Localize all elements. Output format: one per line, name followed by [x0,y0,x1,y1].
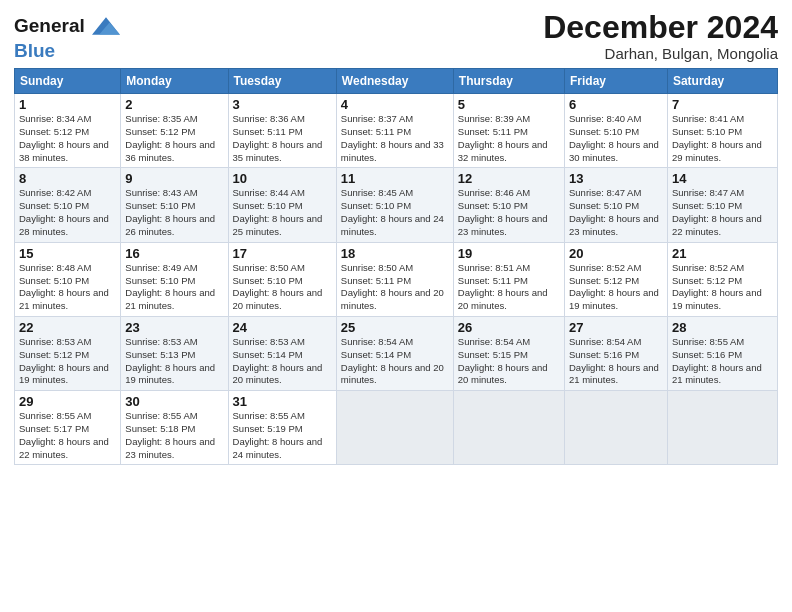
sunrise-label: Sunrise: 8:37 AM [341,113,413,124]
calendar-cell: 28 Sunrise: 8:55 AM Sunset: 5:16 PM Dayl… [667,316,777,390]
sunset-label: Sunset: 5:17 PM [19,423,89,434]
day-info: Sunrise: 8:36 AM Sunset: 5:11 PM Dayligh… [233,113,332,164]
daylight-label: Daylight: 8 hours and 24 minutes. [233,436,323,460]
daylight-label: Daylight: 8 hours and 38 minutes. [19,139,109,163]
day-number: 8 [19,171,116,186]
sunset-label: Sunset: 5:10 PM [569,200,639,211]
col-sunday: Sunday [15,69,121,94]
sunrise-label: Sunrise: 8:55 AM [233,410,305,421]
day-number: 22 [19,320,116,335]
sunset-label: Sunset: 5:10 PM [19,200,89,211]
sunset-label: Sunset: 5:14 PM [341,349,411,360]
daylight-label: Daylight: 8 hours and 20 minutes. [458,362,548,386]
sunset-label: Sunset: 5:11 PM [341,275,411,286]
day-info: Sunrise: 8:42 AM Sunset: 5:10 PM Dayligh… [19,187,116,238]
sunrise-label: Sunrise: 8:53 AM [19,336,91,347]
day-info: Sunrise: 8:44 AM Sunset: 5:10 PM Dayligh… [233,187,332,238]
calendar-cell [336,391,453,465]
daylight-label: Daylight: 8 hours and 19 minutes. [569,287,659,311]
sunrise-label: Sunrise: 8:43 AM [125,187,197,198]
daylight-label: Daylight: 8 hours and 25 minutes. [233,213,323,237]
day-info: Sunrise: 8:43 AM Sunset: 5:10 PM Dayligh… [125,187,223,238]
sunset-label: Sunset: 5:11 PM [341,126,411,137]
day-number: 2 [125,97,223,112]
day-number: 30 [125,394,223,409]
sunrise-label: Sunrise: 8:39 AM [458,113,530,124]
sunset-label: Sunset: 5:16 PM [569,349,639,360]
day-number: 11 [341,171,449,186]
sunrise-label: Sunrise: 8:36 AM [233,113,305,124]
day-number: 6 [569,97,663,112]
col-friday: Friday [565,69,668,94]
day-info: Sunrise: 8:55 AM Sunset: 5:17 PM Dayligh… [19,410,116,461]
sunset-label: Sunset: 5:12 PM [672,275,742,286]
daylight-label: Daylight: 8 hours and 21 minutes. [19,287,109,311]
col-tuesday: Tuesday [228,69,336,94]
col-wednesday: Wednesday [336,69,453,94]
sunset-label: Sunset: 5:12 PM [19,126,89,137]
calendar-cell: 20 Sunrise: 8:52 AM Sunset: 5:12 PM Dayl… [565,242,668,316]
daylight-label: Daylight: 8 hours and 35 minutes. [233,139,323,163]
sunrise-label: Sunrise: 8:34 AM [19,113,91,124]
daylight-label: Daylight: 8 hours and 20 minutes. [341,287,444,311]
day-number: 1 [19,97,116,112]
calendar-cell: 22 Sunrise: 8:53 AM Sunset: 5:12 PM Dayl… [15,316,121,390]
sunset-label: Sunset: 5:18 PM [125,423,195,434]
calendar-cell [565,391,668,465]
day-info: Sunrise: 8:52 AM Sunset: 5:12 PM Dayligh… [569,262,663,313]
calendar-cell: 15 Sunrise: 8:48 AM Sunset: 5:10 PM Dayl… [15,242,121,316]
calendar-table: Sunday Monday Tuesday Wednesday Thursday… [14,68,778,465]
day-number: 25 [341,320,449,335]
daylight-label: Daylight: 8 hours and 24 minutes. [341,213,444,237]
sunset-label: Sunset: 5:13 PM [125,349,195,360]
sunrise-label: Sunrise: 8:51 AM [458,262,530,273]
day-number: 15 [19,246,116,261]
sunset-label: Sunset: 5:10 PM [569,126,639,137]
day-number: 21 [672,246,773,261]
sunset-label: Sunset: 5:11 PM [458,275,528,286]
day-number: 27 [569,320,663,335]
day-info: Sunrise: 8:53 AM Sunset: 5:13 PM Dayligh… [125,336,223,387]
sunrise-label: Sunrise: 8:54 AM [569,336,641,347]
day-number: 9 [125,171,223,186]
logo-icon [92,12,120,40]
day-number: 5 [458,97,560,112]
day-number: 20 [569,246,663,261]
sunrise-label: Sunrise: 8:47 AM [672,187,744,198]
day-info: Sunrise: 8:50 AM Sunset: 5:11 PM Dayligh… [341,262,449,313]
daylight-label: Daylight: 8 hours and 20 minutes. [233,287,323,311]
calendar-cell: 6 Sunrise: 8:40 AM Sunset: 5:10 PM Dayli… [565,94,668,168]
day-info: Sunrise: 8:47 AM Sunset: 5:10 PM Dayligh… [672,187,773,238]
sunrise-label: Sunrise: 8:48 AM [19,262,91,273]
daylight-label: Daylight: 8 hours and 20 minutes. [458,287,548,311]
sunset-label: Sunset: 5:12 PM [19,349,89,360]
day-number: 26 [458,320,560,335]
sunset-label: Sunset: 5:10 PM [458,200,528,211]
calendar-cell: 21 Sunrise: 8:52 AM Sunset: 5:12 PM Dayl… [667,242,777,316]
title-block: December 2024 Darhan, Bulgan, Mongolia [543,10,778,62]
calendar-cell: 29 Sunrise: 8:55 AM Sunset: 5:17 PM Dayl… [15,391,121,465]
daylight-label: Daylight: 8 hours and 32 minutes. [458,139,548,163]
col-thursday: Thursday [453,69,564,94]
sunrise-label: Sunrise: 8:49 AM [125,262,197,273]
day-number: 12 [458,171,560,186]
day-info: Sunrise: 8:45 AM Sunset: 5:10 PM Dayligh… [341,187,449,238]
calendar-cell: 30 Sunrise: 8:55 AM Sunset: 5:18 PM Dayl… [121,391,228,465]
col-saturday: Saturday [667,69,777,94]
daylight-label: Daylight: 8 hours and 20 minutes. [341,362,444,386]
day-info: Sunrise: 8:46 AM Sunset: 5:10 PM Dayligh… [458,187,560,238]
sunset-label: Sunset: 5:16 PM [672,349,742,360]
calendar-cell: 27 Sunrise: 8:54 AM Sunset: 5:16 PM Dayl… [565,316,668,390]
day-info: Sunrise: 8:34 AM Sunset: 5:12 PM Dayligh… [19,113,116,164]
sunrise-label: Sunrise: 8:55 AM [672,336,744,347]
calendar-cell: 25 Sunrise: 8:54 AM Sunset: 5:14 PM Dayl… [336,316,453,390]
daylight-label: Daylight: 8 hours and 22 minutes. [672,213,762,237]
sunrise-label: Sunrise: 8:35 AM [125,113,197,124]
sunset-label: Sunset: 5:15 PM [458,349,528,360]
month-title: December 2024 [543,10,778,45]
day-info: Sunrise: 8:49 AM Sunset: 5:10 PM Dayligh… [125,262,223,313]
logo-text: General [14,14,120,40]
daylight-label: Daylight: 8 hours and 29 minutes. [672,139,762,163]
sunset-label: Sunset: 5:12 PM [569,275,639,286]
calendar-cell: 4 Sunrise: 8:37 AM Sunset: 5:11 PM Dayli… [336,94,453,168]
